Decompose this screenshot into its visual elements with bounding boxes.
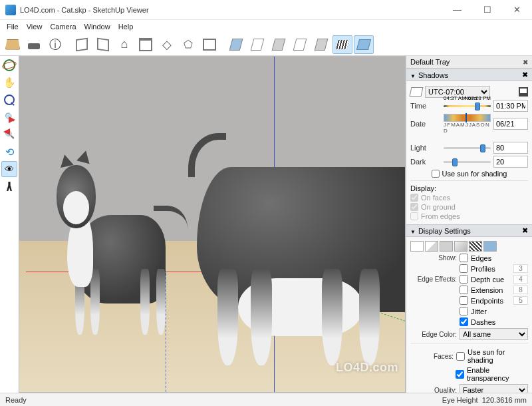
- use-sun-shading-checkbox[interactable]: [432, 170, 440, 178]
- style-tex-button[interactable]: [354, 35, 374, 54]
- jitter-checkbox[interactable]: [460, 307, 468, 315]
- display-settings-panel: Show: Edges Profiles 3 Edge Effects: Dep…: [406, 237, 532, 393]
- style-xray-icon[interactable]: [483, 241, 497, 252]
- view-right-button[interactable]: [200, 35, 219, 54]
- edges-label: Edges: [471, 254, 491, 262]
- use-sun-faces-checkbox[interactable]: [456, 352, 465, 361]
- tray-header[interactable]: Default Tray ✖: [406, 56, 532, 69]
- enable-transparency-checkbox[interactable]: [456, 370, 464, 379]
- dashes-checkbox[interactable]: [460, 317, 468, 326]
- app-icon: [5, 5, 16, 15]
- walk-button[interactable]: [1, 178, 17, 194]
- window-controls: — ☐ ✕: [442, 0, 532, 20]
- endpoints-label: Endpoints: [471, 297, 503, 305]
- default-tray: Default Tray ✖ Shadows ✖ UTC-07:00 Time …: [406, 56, 532, 393]
- on-faces-label: On faces: [421, 194, 450, 202]
- zoom-button[interactable]: [1, 92, 17, 108]
- eye-height-label: Eye Height: [442, 396, 478, 404]
- depth-cue-checkbox[interactable]: [460, 275, 468, 284]
- edges-checkbox[interactable]: [460, 254, 468, 262]
- shadow-toggle-icon[interactable]: [410, 87, 424, 97]
- model-cat-2: [197, 124, 405, 365]
- eye-height-value: 120.3616 mm: [482, 396, 527, 404]
- view-back-button[interactable]: [157, 35, 177, 54]
- save-icon[interactable]: [519, 87, 528, 97]
- view-front-button[interactable]: [136, 35, 156, 54]
- close-button[interactable]: ✕: [502, 0, 532, 20]
- look-around-button[interactable]: [1, 161, 17, 177]
- shadows-header[interactable]: Shadows ✖: [406, 69, 532, 81]
- style-mono-button[interactable]: [332, 35, 352, 54]
- zoom-previous-button[interactable]: [1, 144, 17, 160]
- tray-close-icon[interactable]: ✖: [523, 59, 528, 66]
- print-button[interactable]: [24, 35, 44, 54]
- menu-view[interactable]: View: [23, 21, 47, 32]
- style-shaded-button[interactable]: [290, 35, 310, 54]
- display-settings-header[interactable]: Display Settings ✖: [406, 224, 532, 237]
- time-end-label: 07:28 PM: [468, 95, 491, 101]
- profiles-checkbox[interactable]: [460, 264, 468, 273]
- pan-button[interactable]: [1, 75, 17, 91]
- quality-label: Quality:: [410, 387, 457, 393]
- menu-file[interactable]: File: [3, 21, 23, 32]
- view-iso-button[interactable]: [72, 35, 92, 54]
- style-hidden-icon[interactable]: [425, 241, 438, 252]
- model-info-button[interactable]: [45, 35, 65, 54]
- open-button[interactable]: [3, 35, 23, 54]
- dark-slider[interactable]: [444, 157, 491, 166]
- endpoints-checkbox[interactable]: [460, 296, 468, 305]
- faces-label: Faces:: [410, 353, 454, 360]
- viewport[interactable]: LO4D.com: [19, 56, 406, 393]
- extension-label: Extension: [471, 286, 503, 294]
- style-shadedtex-icon[interactable]: [454, 241, 467, 252]
- date-slider[interactable]: [444, 114, 491, 122]
- camera-toolbar: [0, 56, 19, 196]
- time-field[interactable]: [493, 100, 528, 112]
- extension-checkbox[interactable]: [460, 286, 468, 294]
- menu-camera[interactable]: Camera: [46, 21, 80, 32]
- shadows-close-icon[interactable]: ✖: [522, 71, 528, 79]
- on-faces-checkbox: [410, 194, 418, 202]
- view-home-button[interactable]: [114, 35, 134, 54]
- orbit-button[interactable]: [1, 57, 17, 73]
- status-bar: Ready Eye Height 120.3616 mm: [0, 393, 532, 406]
- time-slider[interactable]: 04:37 AM Noon 07:28 PM: [444, 101, 491, 110]
- view-top-button[interactable]: [93, 35, 113, 54]
- menu-help[interactable]: Help: [114, 21, 138, 32]
- zoom-region-button[interactable]: [1, 126, 17, 142]
- light-slider[interactable]: [444, 143, 491, 152]
- profiles-value[interactable]: 3: [513, 264, 528, 273]
- maximize-button[interactable]: ☐: [472, 0, 502, 20]
- edge-color-select[interactable]: All same: [460, 328, 528, 340]
- profiles-label: Profiles: [471, 265, 495, 273]
- on-ground-label: On ground: [421, 203, 456, 211]
- menubar: File View Camera Window Help: [0, 20, 532, 33]
- time-label: Time: [410, 102, 441, 110]
- use-sun-shading-label: Use sun for shading: [442, 170, 507, 178]
- dark-field[interactable]: [493, 156, 528, 168]
- minimize-button[interactable]: —: [442, 0, 472, 20]
- zoom-extents-button[interactable]: [1, 109, 17, 125]
- light-field[interactable]: [493, 142, 528, 154]
- status-text: Ready: [5, 396, 27, 404]
- main-toolbar: [0, 33, 532, 56]
- date-label: Date: [410, 120, 441, 128]
- style-wire-icon[interactable]: [410, 241, 424, 252]
- dashes-label: Dashes: [471, 318, 495, 326]
- endpoints-value[interactable]: 5: [513, 296, 528, 305]
- style-shaded-icon[interactable]: [440, 241, 453, 252]
- edge-color-label: Edge Color:: [410, 331, 457, 338]
- style-xray-button[interactable]: [226, 35, 246, 54]
- view-left-button[interactable]: [178, 35, 198, 54]
- display-settings-close-icon[interactable]: ✖: [522, 226, 528, 235]
- style-hidden-button[interactable]: [269, 35, 289, 54]
- extension-value[interactable]: 8: [513, 286, 528, 294]
- style-mono-icon[interactable]: [469, 241, 482, 252]
- tray-title: Default Tray: [410, 58, 450, 66]
- style-wire-button[interactable]: [247, 35, 267, 54]
- style-shaded2-button[interactable]: [311, 35, 331, 54]
- quality-select[interactable]: Faster: [460, 384, 528, 393]
- date-field[interactable]: [493, 118, 528, 130]
- depth-cue-value[interactable]: 4: [513, 275, 528, 284]
- menu-window[interactable]: Window: [80, 21, 114, 32]
